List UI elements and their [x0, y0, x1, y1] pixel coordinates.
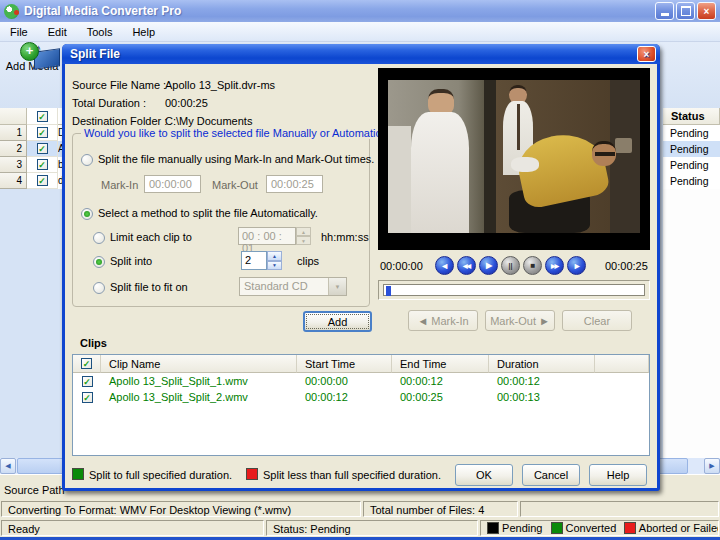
column-header-duration[interactable]: Duration: [489, 355, 595, 373]
row-checkbox-cell[interactable]: ✓: [27, 157, 58, 173]
mark-out-field[interactable]: 00:00:25: [266, 175, 323, 193]
split-into-radio[interactable]: [93, 256, 105, 268]
pending-legend-label: Pending: [502, 522, 542, 534]
clip-checkbox-cell[interactable]: ✓: [73, 389, 101, 405]
dialog-title: Split File: [70, 47, 120, 61]
limit-clip-label[interactable]: Limit each clip to: [110, 231, 192, 243]
split-into-label[interactable]: Split into: [110, 255, 152, 267]
limit-clip-radio[interactable]: [93, 232, 105, 244]
destination-folder-label: Destination Folder :: [72, 115, 167, 127]
row-checkbox[interactable]: ✓: [37, 127, 48, 138]
split-into-value[interactable]: 2: [241, 251, 267, 270]
row-checkbox[interactable]: ✓: [37, 159, 48, 170]
row-checkbox[interactable]: ✓: [37, 175, 48, 186]
dialog-close-icon[interactable]: ×: [637, 46, 656, 62]
seek-track[interactable]: [383, 284, 645, 296]
mark-in-label: Mark-In: [101, 179, 138, 191]
row-checkbox-cell[interactable]: ✓: [27, 141, 58, 157]
fit-media-dropdown[interactable]: Standard CD ▼: [239, 277, 347, 296]
video-scene-shape: [615, 138, 633, 153]
clip-row[interactable]: ✓ Apollo 13_Split_Split_1.wmv 00:00:00 0…: [73, 373, 649, 389]
auto-split-radio[interactable]: [81, 208, 93, 220]
row-checkbox-cell[interactable]: ✓: [27, 173, 58, 189]
clip-checkbox[interactable]: ✓: [82, 376, 93, 387]
step-back-icon[interactable]: ◀|: [435, 256, 454, 275]
destination-folder-value: C:\My Documents: [165, 115, 252, 127]
spin-up-icon[interactable]: ▲: [296, 227, 311, 236]
status-cell: Pending: [663, 157, 720, 173]
add-media-button[interactable]: ♪ + Add Media: [5, 45, 59, 72]
spin-up-icon[interactable]: ▲: [267, 251, 282, 261]
statusbar-upper: Converting To Format: WMV For Desktop Vi…: [0, 500, 720, 519]
add-button[interactable]: Add: [303, 311, 372, 332]
auto-split-label[interactable]: Select a method to split the file Automa…: [98, 207, 318, 219]
help-button[interactable]: Help: [589, 464, 647, 486]
cancel-button[interactable]: Cancel: [522, 464, 580, 486]
spin-down-icon[interactable]: ▼: [296, 236, 311, 245]
seek-thumb[interactable]: [386, 286, 391, 296]
limit-clip-value[interactable]: 00 : 00 : 01: [238, 227, 296, 245]
table-row[interactable]: 1 ✓ D: [0, 125, 63, 141]
add-media-icon: ♪ +: [31, 44, 33, 58]
scroll-left-icon[interactable]: ◀: [0, 458, 16, 474]
table-row[interactable]: 3 ✓ b: [0, 157, 63, 173]
mark-out-arrow-icon: ►: [539, 315, 550, 327]
stop-icon[interactable]: ■: [523, 256, 542, 275]
select-all-checkbox[interactable]: ✓: [37, 111, 48, 122]
window-titlebar: Digital Media Converter Pro ×: [0, 0, 720, 22]
mark-out-button[interactable]: Mark-Out ►: [485, 310, 555, 331]
aborted-color-swatch: [624, 522, 636, 534]
mark-in-button[interactable]: ◄ Mark-In: [408, 310, 478, 331]
menu-edit[interactable]: Edit: [38, 23, 77, 41]
manual-split-radio[interactable]: [81, 154, 93, 166]
pause-icon[interactable]: ||: [501, 256, 520, 275]
clip-checkbox-cell[interactable]: ✓: [73, 373, 101, 389]
column-header-start-time[interactable]: Start Time: [297, 355, 392, 373]
table-row[interactable]: 4 ✓ d: [0, 173, 63, 189]
row-number[interactable]: 2: [0, 141, 27, 157]
converted-color-swatch: [551, 522, 563, 534]
row-number[interactable]: 1: [0, 125, 27, 141]
clips-select-all-checkbox[interactable]: ✓: [81, 358, 92, 369]
clear-button[interactable]: Clear: [562, 310, 632, 331]
manual-split-label[interactable]: Split the file manually using Mark-In an…: [98, 153, 374, 165]
add-button-label: Add: [328, 316, 348, 328]
clip-row[interactable]: ✓ Apollo 13_Split_Split_2.wmv 00:00:12 0…: [73, 389, 649, 405]
play-icon[interactable]: ▶: [479, 256, 498, 275]
select-all-checkbox-cell[interactable]: ✓: [27, 108, 58, 125]
clips-select-all-cell[interactable]: ✓: [73, 355, 101, 373]
minimize-icon[interactable]: [655, 2, 674, 20]
limit-clip-spinner[interactable]: 00 : 00 : 01 ▲ ▼: [238, 227, 311, 245]
fit-media-label[interactable]: Split file to fit on: [110, 281, 188, 293]
column-header-end-time[interactable]: End Time: [392, 355, 489, 373]
fit-media-radio[interactable]: [93, 282, 105, 294]
row-number[interactable]: 3: [0, 157, 27, 173]
rewind-icon[interactable]: ◀◀: [457, 256, 476, 275]
row-checkbox[interactable]: ✓: [37, 143, 48, 154]
spin-down-icon[interactable]: ▼: [267, 261, 282, 271]
scroll-right-icon[interactable]: ▶: [704, 458, 720, 474]
close-icon[interactable]: ×: [697, 2, 716, 20]
menu-help[interactable]: Help: [122, 23, 165, 41]
ok-button[interactable]: OK: [455, 464, 513, 486]
file-table-left: ✓ 1 ✓ D 2 ✓ A 3 ✓ b 4 ✓ d: [0, 108, 63, 189]
maximize-icon[interactable]: [676, 2, 695, 20]
row-checkbox-cell[interactable]: ✓: [27, 125, 58, 141]
step-forward-icon[interactable]: |▶: [567, 256, 586, 275]
menubar: File Edit Tools Help: [0, 22, 720, 42]
column-header-clip-name[interactable]: Clip Name: [101, 355, 297, 373]
menu-tools[interactable]: Tools: [77, 23, 123, 41]
table-row[interactable]: 2 ✓ A: [0, 141, 63, 157]
mark-in-field[interactable]: 00:00:00: [144, 175, 201, 193]
fast-forward-icon[interactable]: ▶▶: [545, 256, 564, 275]
row-number[interactable]: 4: [0, 173, 27, 189]
clip-checkbox[interactable]: ✓: [82, 392, 93, 403]
chevron-down-icon[interactable]: ▼: [328, 278, 346, 295]
ready-text: Ready: [1, 520, 264, 536]
split-into-spinner[interactable]: 2 ▲ ▼: [241, 251, 282, 270]
status-column-header[interactable]: Status: [663, 108, 720, 125]
full-duration-color-swatch: [72, 468, 84, 480]
clip-name: Apollo 13_Split_Split_1.wmv: [101, 373, 297, 389]
status-cell: Pending: [663, 173, 720, 189]
menu-file[interactable]: File: [0, 23, 38, 41]
